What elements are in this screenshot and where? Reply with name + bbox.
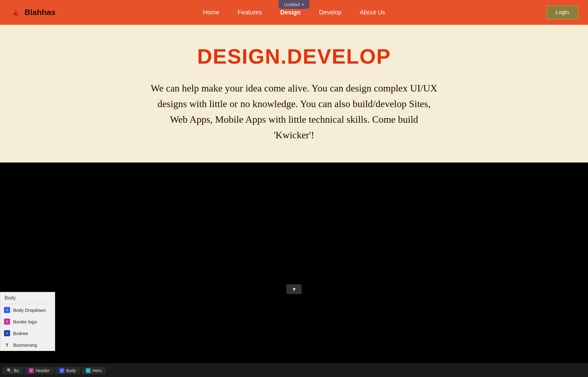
bottom-tab-bo[interactable]: 🔍 Bo xyxy=(2,367,23,374)
border-logo-icon: ≡ xyxy=(4,319,10,325)
bodree-icon: ≡ xyxy=(4,330,10,336)
brand-name: Blahhas xyxy=(24,8,55,17)
bottom-tab-bo-label: Bo xyxy=(14,368,19,373)
navbar: Blahhas Home Features Design Develop Abo… xyxy=(0,0,588,25)
header-tab-icon: ≡ xyxy=(29,368,34,373)
dropdown-tab[interactable]: Untitled ▾ xyxy=(279,0,310,9)
nav-item-develop[interactable]: Develop xyxy=(319,9,341,16)
bottom-tab-hero[interactable]: ≡ Hero xyxy=(81,367,106,374)
hero-title: DESIGN.DEVELOP xyxy=(197,44,391,68)
border-logo-item[interactable]: ≡ Border logo xyxy=(0,316,55,327)
bottom-tab-body[interactable]: ≡ Body xyxy=(55,367,80,374)
bottom-tab-header[interactable]: ≡ Header xyxy=(24,367,54,374)
hero-section: DESIGN.DEVELOP We can help make your ide… xyxy=(0,25,588,162)
hero-tab-icon: ≡ xyxy=(86,368,91,373)
dropdown-tab-chevron: ▾ xyxy=(302,2,304,7)
boomerang-label: Boomerang xyxy=(13,342,37,348)
body-panel-header: Body xyxy=(0,292,55,304)
body-dropdown-icon: ≡ xyxy=(4,307,10,313)
border-logo-label: Border logo xyxy=(13,319,37,324)
navbar-nav: Home Features Design Develop About Us xyxy=(203,9,385,16)
nav-item-design[interactable]: Design xyxy=(280,9,301,16)
nav-item-features[interactable]: Features xyxy=(238,9,262,16)
bottom-tab-body-label: Body xyxy=(66,368,76,373)
black-section: ▾ xyxy=(0,162,588,303)
bottom-tab-header-label: Header xyxy=(36,368,50,373)
body-dropdown-item[interactable]: ≡ Body Dropdown xyxy=(0,304,55,316)
hero-subtitle: We can help make your idea come alive. Y… xyxy=(149,80,439,143)
boomerang-item[interactable]: T Boomerang xyxy=(0,339,55,351)
body-panel: Body ≡ Body Dropdown ≡ Border logo ≡ Bod… xyxy=(0,292,55,351)
bottom-tab-hero-label: Hero xyxy=(92,368,102,373)
nav-item-about[interactable]: About Us xyxy=(360,9,385,16)
body-tab-icon: ≡ xyxy=(59,368,64,373)
login-button[interactable]: Login xyxy=(546,6,578,19)
bodree-label: Bodree xyxy=(13,331,28,336)
bodree-item[interactable]: ≡ Bodree xyxy=(0,327,55,339)
body-dropdown-label: Body Dropdown xyxy=(13,308,46,313)
dropdown-tab-label: Untitled xyxy=(284,2,300,7)
brand[interactable]: Blahhas xyxy=(10,7,55,18)
search-icon: 🔍 xyxy=(7,368,12,373)
brand-logo-icon xyxy=(10,7,21,18)
bottom-bar: 🔍 Bo ≡ Header ≡ Body ≡ Hero xyxy=(0,364,588,377)
nav-item-home[interactable]: Home xyxy=(203,9,219,16)
dropdown-chevron-button[interactable]: ▾ xyxy=(286,284,302,294)
boomerang-icon: T xyxy=(4,342,10,348)
